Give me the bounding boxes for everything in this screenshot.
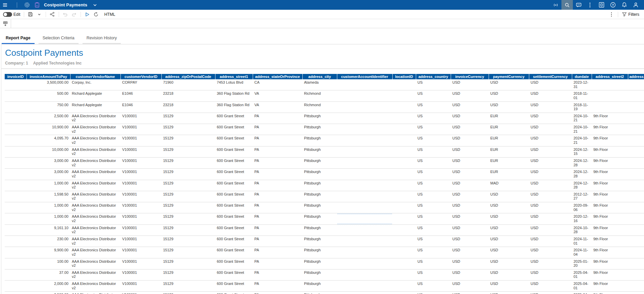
table-cell[interactable]: 230.00 — [27, 236, 70, 247]
table-cell[interactable]: US — [416, 124, 451, 135]
table-cell[interactable]: USD — [529, 213, 572, 224]
table-cell[interactable]: USD — [529, 79, 572, 90]
table-cell[interactable]: US — [416, 281, 451, 292]
table-cell[interactable]: AAA Electronics Distributor v2 — [70, 247, 120, 258]
table-cell[interactable]: PA — [253, 124, 302, 135]
table-cell[interactable]: PA — [253, 269, 302, 280]
table-cell[interactable]: 100.00 — [27, 258, 70, 269]
table-cell[interactable]: US — [416, 247, 451, 258]
table-cell[interactable]: AAA Electronics Distributor v2 — [70, 180, 120, 191]
table-cell[interactable]: USD — [451, 113, 489, 124]
report-clipboard-icon[interactable] — [32, 0, 42, 10]
table-cell[interactable]: AAA Electronics Distributor v2 — [70, 281, 120, 292]
table-cell[interactable]: AAA Electronics Distributor v2 — [70, 269, 120, 280]
table-cell[interactable]: 15129 — [161, 157, 215, 168]
table-cell[interactable]: US — [416, 101, 451, 113]
tab-report-page[interactable]: Report Page — [2, 36, 35, 44]
table-cell[interactable] — [628, 124, 644, 135]
table-cell[interactable]: 2,000.00 — [27, 281, 70, 292]
table-cell[interactable] — [392, 157, 416, 168]
table-cell[interactable]: USD — [529, 236, 572, 247]
table-cell[interactable] — [628, 258, 644, 269]
table-cell[interactable]: 9th Floor — [592, 124, 628, 135]
table-cell[interactable]: 10,000.00 — [27, 146, 70, 157]
table-cell[interactable]: 15129 — [161, 202, 215, 213]
table-cell[interactable]: 23218 — [161, 101, 215, 113]
table-cell[interactable]: USD — [489, 79, 529, 90]
table-cell[interactable]: USD — [529, 191, 572, 202]
table-cell[interactable]: USD — [451, 281, 489, 292]
table-cell[interactable]: USD — [451, 258, 489, 269]
table-cell[interactable]: US — [416, 79, 451, 90]
table-cell[interactable]: USD — [529, 101, 572, 113]
table-cell[interactable]: 9th Floor — [592, 135, 628, 146]
table-cell[interactable]: US — [416, 180, 451, 191]
table-cell[interactable]: PA — [253, 247, 302, 258]
table-cell[interactable] — [5, 213, 27, 224]
table-cell[interactable]: 2025-01-20 — [572, 258, 592, 269]
table-cell[interactable]: 3,000.00 — [27, 157, 70, 168]
table-cell[interactable]: VA — [253, 101, 302, 113]
table-cell[interactable]: 7453 Lotus Blvd — [215, 79, 253, 90]
table-cell[interactable]: 15129 — [161, 269, 215, 280]
table-cell[interactable] — [392, 90, 416, 101]
table-cell[interactable]: 600 Grant Street — [215, 191, 253, 202]
table-cell[interactable]: 9th Floor — [592, 236, 628, 247]
table-cell[interactable]: USD — [489, 281, 529, 292]
table-cell[interactable]: 15129 — [161, 292, 215, 294]
table-cell[interactable]: 71960 — [161, 79, 215, 90]
table-cell[interactable] — [392, 191, 416, 202]
table-cell[interactable]: USD — [529, 281, 572, 292]
table-cell[interactable]: Pittsburgh — [302, 180, 337, 191]
table-cell[interactable]: Pittsburgh — [302, 224, 337, 236]
table-cell[interactable]: US — [416, 269, 451, 280]
table-cell[interactable]: 750.00 — [27, 101, 70, 113]
table-cell[interactable] — [5, 247, 27, 258]
table-cell[interactable]: 15129 — [161, 191, 215, 202]
table-cell[interactable] — [392, 269, 416, 280]
table-cell[interactable]: EUR — [489, 135, 529, 146]
table-cell[interactable] — [392, 146, 416, 157]
table-cell[interactable]: V100001 — [120, 247, 161, 258]
table-cell[interactable] — [337, 135, 392, 146]
filters-button[interactable]: Filters — [620, 12, 644, 17]
table-cell[interactable]: AAA Electronics Distributor v2 — [70, 146, 120, 157]
table-cell[interactable]: PA — [253, 258, 302, 269]
table-cell[interactable]: USD — [451, 146, 489, 157]
table-cell[interactable]: US — [416, 90, 451, 101]
column-header-customerVendorName[interactable]: customerVendorName — [70, 74, 120, 79]
share-icon[interactable] — [48, 10, 57, 19]
table-cell[interactable]: 600 Grant Street — [215, 292, 253, 294]
table-cell[interactable] — [5, 202, 27, 213]
table-cell[interactable] — [592, 79, 628, 90]
table-cell[interactable]: USD — [451, 224, 489, 236]
title-chevron-down-icon[interactable] — [90, 0, 100, 10]
table-cell[interactable]: V100001 — [120, 191, 161, 202]
table-cell[interactable]: V100001 — [120, 146, 161, 157]
column-header-settlementCurrency[interactable]: settlementCurrency — [529, 74, 572, 79]
table-cell[interactable] — [392, 113, 416, 124]
table-cell[interactable]: Richard Applegate — [70, 90, 120, 101]
table-cell[interactable]: 2020-12-16 — [572, 213, 592, 224]
table-cell[interactable] — [337, 224, 392, 236]
table-cell[interactable]: USD — [489, 224, 529, 236]
table-cell[interactable] — [392, 247, 416, 258]
table-cell[interactable]: EUR — [489, 113, 529, 124]
table-cell[interactable]: US — [416, 169, 451, 180]
table-cell[interactable]: 15129 — [161, 224, 215, 236]
table-cell[interactable]: PA — [253, 224, 302, 236]
table-cell[interactable]: Pittsburgh — [302, 292, 337, 294]
table-cell[interactable]: 2018-11-01 — [572, 90, 592, 101]
assistant-chat-icon[interactable] — [573, 0, 584, 10]
table-cell[interactable] — [392, 202, 416, 213]
table-cell[interactable]: USD — [489, 213, 529, 224]
table-cell[interactable]: V100001 — [120, 169, 161, 180]
table-cell[interactable] — [392, 124, 416, 135]
table-cell[interactable]: Pittsburgh — [302, 202, 337, 213]
table-cell[interactable] — [392, 135, 416, 146]
table-cell[interactable] — [5, 135, 27, 146]
table-cell[interactable]: US — [416, 157, 451, 168]
table-cell[interactable] — [5, 292, 27, 294]
column-header-address_stateOrProvince[interactable]: address_stateOrProvince — [253, 74, 302, 79]
table-cell[interactable]: 600 Grant Street — [215, 247, 253, 258]
